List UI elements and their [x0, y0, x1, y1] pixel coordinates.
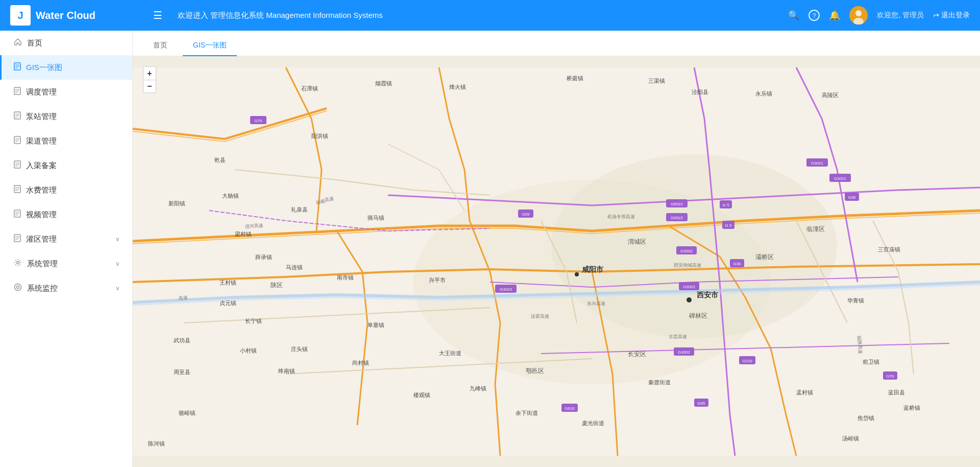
svg-text:G69: G69 — [522, 212, 530, 217]
svg-text:余下街道: 余下街道 — [516, 410, 538, 416]
tab-home-tab[interactable]: 首页 — [143, 36, 178, 56]
sidebar-label-filing: 入渠备案 — [26, 161, 57, 171]
sidebar-icon-monitor — [14, 283, 22, 293]
svg-text:东兴高速: 东兴高速 — [587, 301, 605, 306]
svg-text:楼观镇: 楼观镇 — [413, 392, 430, 398]
svg-text:G3023: G3023 — [500, 287, 512, 292]
svg-text:兴平市: 兴平市 — [429, 277, 446, 283]
svg-text:G3002: G3002 — [678, 350, 691, 355]
sidebar-item-monitor[interactable]: 系统监控∨ — [0, 276, 132, 300]
svg-text:周至县: 周至县 — [174, 369, 190, 375]
sidebar-item-irrigation[interactable]: 灌区管理∨ — [0, 227, 132, 251]
logo-letter: J — [17, 10, 23, 21]
header-welcome-text: 欢迎进入 管理信息化系统 Management Information Syst… — [178, 11, 778, 20]
help-icon[interactable]: ? — [808, 10, 820, 21]
map-svg: G70 G69 G6522 G6522 G 5 G 5 G3002 G3002 — [133, 56, 980, 467]
sidebar-item-pump[interactable]: 泵站管理 — [0, 104, 132, 129]
svg-text:九峰镇: 九峰镇 — [470, 385, 486, 391]
logout-button[interactable]: ↩ 退出登录 — [933, 11, 970, 20]
sidebar-item-dispatch[interactable]: 调度管理 — [0, 80, 132, 104]
svg-text:G70: G70 — [886, 374, 894, 379]
svg-text:G3021: G3021 — [811, 161, 824, 166]
svg-text:大王街道: 大王街道 — [439, 350, 461, 356]
svg-text:礼泉县: 礼泉县 — [291, 206, 308, 213]
svg-text:G 5: G 5 — [725, 223, 732, 228]
svg-text:武功县: 武功县 — [174, 337, 190, 343]
svg-text:小村镇: 小村镇 — [240, 347, 257, 354]
map-zoom-controls: + − — [143, 66, 156, 93]
sidebar-item-home[interactable]: 首页 — [0, 31, 132, 55]
chevron-icon-irrigation: ∨ — [115, 236, 120, 243]
svg-point-80 — [687, 297, 692, 302]
svg-text:汤峪镇: 汤峪镇 — [842, 435, 859, 441]
search-icon[interactable]: 🔍 — [788, 10, 799, 21]
logo-area: J Water Cloud — [10, 5, 143, 26]
svg-text:烟霞镇: 烟霞镇 — [375, 80, 392, 86]
sidebar-icon-gis — [14, 62, 21, 73]
sidebar-item-system[interactable]: 系统管理∨ — [0, 251, 132, 276]
svg-text:阳洪镇: 阳洪镇 — [311, 133, 328, 139]
sidebar-icon-system — [14, 259, 22, 269]
svg-text:机场专用高速: 机场专用高速 — [607, 214, 635, 219]
svg-text:碑林区: 碑林区 — [689, 312, 707, 319]
sidebar-item-video[interactable]: 视频管理 — [0, 202, 132, 227]
svg-text:G30: G30 — [848, 195, 856, 200]
sidebar-icon-channel — [14, 136, 21, 146]
sidebar-label-system: 系统管理 — [27, 259, 58, 269]
sidebar-label-gis: GIS一张图 — [26, 63, 62, 73]
zoom-out-button[interactable]: − — [143, 80, 156, 93]
sidebar-item-channel[interactable]: 渠道管理 — [0, 129, 132, 153]
svg-text:王村镇: 王村镇 — [219, 279, 236, 286]
sidebar-label-pump: 泵站管理 — [26, 112, 57, 122]
svg-text:庞光街道: 庞光街道 — [582, 420, 604, 426]
svg-text:G610: G610 — [565, 406, 575, 411]
svg-text:蓝田县: 蓝田县 — [888, 389, 905, 395]
svg-point-37 — [17, 286, 19, 289]
svg-text:陈河镇: 陈河镇 — [148, 440, 165, 447]
svg-text:西安市: 西安市 — [697, 291, 719, 299]
svg-point-78 — [575, 272, 579, 276]
bell-icon[interactable]: 🔔 — [829, 10, 840, 21]
svg-text:连霍高速: 连霍高速 — [531, 314, 549, 319]
svg-text:骑马镇: 骑马镇 — [368, 215, 384, 221]
svg-text:大杨镇: 大杨镇 — [222, 193, 239, 199]
svg-text:乾县: 乾县 — [214, 157, 226, 163]
zoom-in-button[interactable]: + — [143, 66, 156, 80]
svg-text:庄头镇: 庄头镇 — [291, 346, 308, 352]
menu-toggle-icon[interactable]: ☰ — [153, 9, 162, 21]
svg-point-35 — [17, 262, 19, 264]
sidebar-item-gis[interactable]: GIS一张图 — [0, 55, 132, 80]
svg-text:临潼区: 临潼区 — [806, 225, 825, 232]
svg-text:鄠邑区: 鄠邑区 — [526, 367, 544, 375]
chevron-icon-monitor: ∨ — [115, 285, 120, 292]
sidebar-label-video: 视频管理 — [26, 210, 57, 220]
svg-text:新阳镇: 新阳镇 — [168, 200, 185, 206]
svg-text:南市镇: 南市镇 — [337, 274, 354, 281]
svg-text:灞桥区: 灞桥区 — [755, 253, 774, 261]
svg-text:孟村镇: 孟村镇 — [796, 389, 813, 395]
svg-text:渭城区: 渭城区 — [628, 238, 646, 245]
svg-text:西安绕城高速: 西安绕城高速 — [674, 263, 701, 268]
app-title: Water Cloud — [36, 10, 95, 21]
svg-text:长宁镇: 长宁镇 — [245, 318, 262, 324]
svg-text:焦岱镇: 焦岱镇 — [857, 415, 874, 421]
svg-text:京昆高速: 京昆高速 — [669, 334, 687, 339]
map-container: + − — [133, 56, 980, 467]
svg-point-1 — [855, 10, 862, 16]
svg-text:烽火镇: 烽火镇 — [449, 84, 466, 90]
svg-text:华青镇: 华青镇 — [847, 297, 864, 303]
sidebar-item-filing[interactable]: 入渠备案 — [0, 153, 132, 178]
svg-text:秦渡街道: 秦渡街道 — [648, 379, 671, 385]
sidebar-icon-irrigation — [14, 234, 21, 244]
svg-text:骆峪镇: 骆峪镇 — [179, 410, 195, 416]
sidebar-icon-video — [14, 209, 21, 220]
sidebar-item-water-fee[interactable]: 水费管理 — [0, 178, 132, 202]
main-container: 首页GIS一张图调度管理泵站管理渠道管理入渠备案水费管理视频管理灌区管理∨系统管… — [0, 31, 980, 467]
svg-text:尚村镇: 尚村镇 — [352, 360, 369, 366]
svg-text:蓝桥镇: 蓝桥镇 — [903, 405, 920, 411]
svg-text:前卫镇: 前卫镇 — [863, 359, 879, 365]
tab-gis-tab[interactable]: GIS一张图 — [183, 36, 237, 56]
user-greeting: 欢迎您, 管理员 — [877, 11, 924, 20]
sidebar-label-home: 首页 — [27, 38, 42, 48]
sidebar-label-dispatch: 调度管理 — [26, 87, 57, 97]
